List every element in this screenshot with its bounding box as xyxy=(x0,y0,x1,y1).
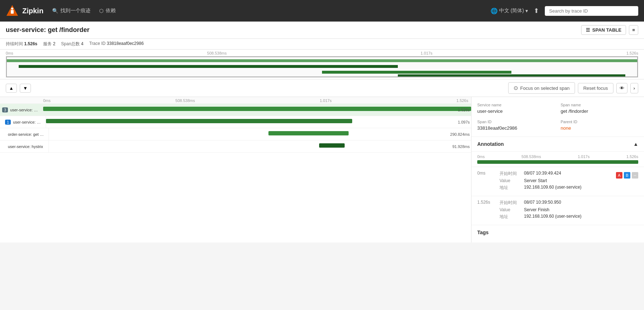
span-name-label-4: user-service: hystrix xyxy=(8,144,43,149)
lang-selector[interactable]: 🌐 中文 (简体) ▾ xyxy=(491,8,528,14)
annotation-row-0-2: 地址 192.168.109.60 (user-service) xyxy=(500,185,612,191)
ann-icon-gray[interactable]: ↔ xyxy=(632,172,638,179)
annotation-row-1-2: 地址 192.168.109.60 (user-service) xyxy=(500,214,638,220)
annotation-section: Annotation ▲ 0ms 508.538ms 1.017s 1.526s… xyxy=(472,137,644,225)
span-timeline-3: 290.824ms xyxy=(49,128,471,140)
span-name-field: Span name get /findorder xyxy=(561,103,638,114)
right-panel: Service name user-service Span name get … xyxy=(472,97,644,242)
span-ruler: 0ms 508.538ms 1.017s 1.526s xyxy=(0,97,471,104)
controls-bar: ▲ ▼ ⊙ Focus on selected span Reset focus… xyxy=(0,79,644,97)
page-title: user-service: get /findorder xyxy=(6,26,89,34)
span-badge-2: 1 xyxy=(5,120,11,125)
span-area: 0ms 508.538ms 1.017s 1.526s 3 user-servi… xyxy=(0,97,644,242)
trace-meta: 持续时间 1.526s 服务 2 Span总数 4 Trace ID 33818… xyxy=(0,39,644,50)
navbar-right: 🌐 中文 (简体) ▾ ⬆ xyxy=(491,6,638,16)
logo[interactable]: Zipkin xyxy=(6,4,43,17)
annotation-row-0-1: Value Server Start xyxy=(500,178,612,183)
focus-selected-button[interactable]: ⊙ Focus on selected span xyxy=(508,82,575,94)
span-timeline-4: 91.928ms xyxy=(49,140,471,152)
annotation-header: Annotation ▲ xyxy=(472,137,644,152)
page-header: user-service: get /findorder ☰ SPAN TABL… xyxy=(0,22,644,39)
svg-rect-2 xyxy=(11,10,14,14)
annotation-ruler: 0ms 508.538ms 1.017s 1.526s xyxy=(477,154,638,159)
ann-icon-blue[interactable]: B xyxy=(624,172,630,179)
nav-dependencies[interactable]: ⬡ 依赖 xyxy=(99,8,116,14)
header-actions: ☰ SPAN TABLE ≡ xyxy=(581,25,638,35)
logo-text: Zipkin xyxy=(22,7,43,15)
annotation-details-1526: 开始时间 08/07 10:39:50.950 Value Server Fin… xyxy=(500,200,638,221)
span-left-1: 3 user-service: get /findorder xyxy=(0,104,43,116)
services-meta: 服务 2 xyxy=(43,41,55,47)
upload-btn[interactable]: ⬆ xyxy=(534,7,539,15)
span-name-label-3: order-service: get /order/getorderbyuser… xyxy=(8,132,44,137)
trace-id-meta: Trace ID 33818eaaf0ec2986 xyxy=(89,41,144,47)
annotation-time-0: 0ms xyxy=(477,171,495,192)
list-icon: ☰ xyxy=(586,27,590,33)
navbar: Zipkin 🔍 找到一个痕迹 ⬡ 依赖 🌐 中文 (简体) ▾ ⬆ xyxy=(0,0,644,22)
search-nav-icon: 🔍 xyxy=(52,8,58,14)
tags-header: Tags xyxy=(477,230,638,235)
hamburger-icon: ≡ xyxy=(632,27,635,33)
span-bar-2 xyxy=(46,119,352,123)
span-badge-1: 3 xyxy=(2,107,8,112)
eye-icon: 👁 xyxy=(620,85,624,91)
span-bar-1 xyxy=(43,107,471,111)
service-name-value: user-service xyxy=(477,108,555,114)
annotation-bar xyxy=(477,160,638,164)
svg-point-3 xyxy=(11,8,13,10)
annotation-timeline: 0ms 508.538ms 1.017s 1.526s xyxy=(472,152,644,167)
tags-section: Tags xyxy=(472,225,644,242)
span-bar-3 xyxy=(268,131,349,135)
span-bar-4 xyxy=(319,143,345,148)
span-timeline-2: 1.097s xyxy=(46,116,471,128)
spans-meta: Span总数 4 xyxy=(61,41,83,47)
span-info-grid: Service name user-service Span name get … xyxy=(477,103,638,131)
nav-find-trace[interactable]: 🔍 找到一个痕迹 xyxy=(52,8,91,14)
duration-meta: 持续时间 1.526s xyxy=(6,41,37,47)
reset-focus-button[interactable]: Reset focus xyxy=(578,83,613,93)
service-name-field: Service name user-service xyxy=(477,103,555,114)
eye-button[interactable]: 👁 xyxy=(616,83,627,93)
span-left-4: user-service: hystrix xyxy=(6,140,49,152)
span-id-value: 33818eaaf0ec2986 xyxy=(477,125,555,131)
span-info-section: Service name user-service Span name get … xyxy=(472,97,644,137)
span-name-label-1: user-service: get /findorder xyxy=(10,108,39,112)
arrow-down-button[interactable]: ▼ xyxy=(20,84,31,93)
annotation-time-1526: 1.526s xyxy=(477,200,495,221)
timeline-chart[interactable] xyxy=(6,56,638,78)
zipkin-logo-icon xyxy=(6,4,19,17)
chevron-down-icon: ▾ xyxy=(525,8,528,14)
span-duration-2: 1.097s xyxy=(458,120,470,124)
span-timeline-1: 1.526s xyxy=(43,104,471,116)
span-duration-4: 91.928ms xyxy=(452,144,470,149)
timeline-selector[interactable] xyxy=(6,56,638,77)
span-row-4[interactable]: user-service: hystrix 91.928ms xyxy=(0,140,471,153)
span-row-3[interactable]: order-service: get /order/getorderbyuser… xyxy=(0,128,471,140)
span-duration-1: 1.526s xyxy=(458,108,470,112)
parent-id-field: Parent ID none xyxy=(561,120,638,131)
search-input[interactable] xyxy=(545,6,638,16)
chevron-right-icon: › xyxy=(634,85,635,91)
span-row-2[interactable]: 1 user-service: hystrix 1.097s xyxy=(0,116,471,128)
span-id-field: Span ID 33818eaaf0ec2986 xyxy=(477,120,555,131)
annotation-details-0: 开始时间 08/07 10:39:49.424 Value Server Sta… xyxy=(500,171,612,192)
dep-nav-icon: ⬡ xyxy=(99,8,104,14)
translate-icon: 🌐 xyxy=(491,8,498,14)
next-button[interactable]: › xyxy=(630,83,638,93)
focus-icon: ⊙ xyxy=(514,85,518,91)
span-duration-3: 290.824ms xyxy=(450,132,470,137)
menu-button[interactable]: ≡ xyxy=(629,25,638,35)
annotation-row-1-1: Value Server Finish xyxy=(500,207,638,212)
span-table-button[interactable]: ☰ SPAN TABLE xyxy=(581,25,626,35)
spans-list: 0ms 508.538ms 1.017s 1.526s 3 user-servi… xyxy=(0,97,472,242)
parent-id-value: none xyxy=(561,125,638,131)
timeline-ruler: 0ms 508.538ms 1.017s 1.526s xyxy=(6,50,638,56)
span-row-1[interactable]: 3 user-service: get /findorder 1.526s xyxy=(0,104,471,116)
arrow-up-button[interactable]: ▲ xyxy=(6,84,17,93)
annotation-row-1-0: 开始时间 08/07 10:39:50.950 xyxy=(500,200,638,206)
timeline-overview: 0ms 508.538ms 1.017s 1.526s xyxy=(0,50,644,79)
annotation-entry-1526ms: 1.526s 开始时间 08/07 10:39:50.950 Value Ser… xyxy=(472,196,644,225)
ann-icon-red[interactable]: A xyxy=(616,172,622,179)
collapse-icon[interactable]: ▲ xyxy=(633,141,638,147)
nav-items: 🔍 找到一个痕迹 ⬡ 依赖 xyxy=(52,8,482,14)
